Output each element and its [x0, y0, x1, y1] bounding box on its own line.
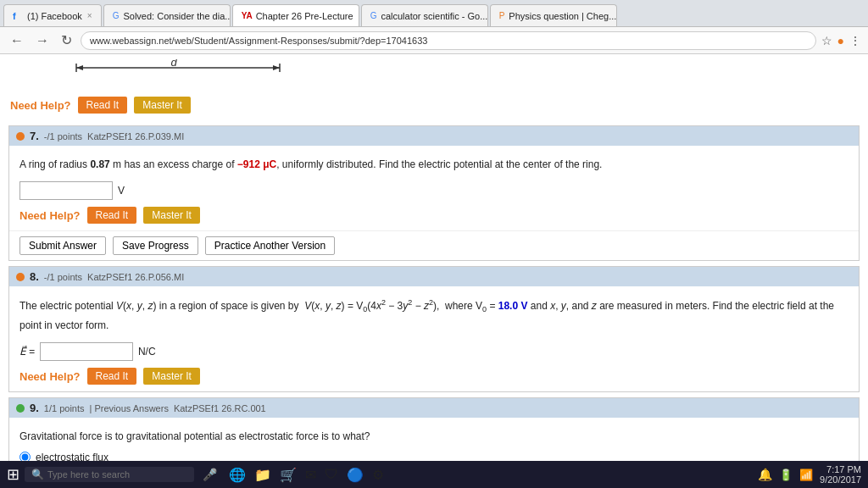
problem-7-text: A ring of radius 0.87 m has an excess ch… [19, 152, 849, 176]
windows-start-button[interactable]: ⊞ [7, 465, 19, 484]
taskbar-app2-icon[interactable]: ⚙ [372, 467, 384, 483]
tab-bar: f (1) Facebook × G Solved: Consider the … [0, 0, 868, 27]
tab-chapter[interactable]: YA Chapter 26 Pre-Lecture × [232, 4, 359, 26]
taskbar-app1-icon[interactable]: 🔵 [347, 467, 364, 483]
problem-7-master-it-button[interactable]: Master It [143, 207, 200, 224]
problem-9-source: KatzPSEf1 26.RC.001 [174, 403, 266, 413]
problem-9-option-label: electrostatic flux [36, 452, 108, 461]
browser-frame: f (1) Facebook × G Solved: Consider the … [0, 0, 868, 488]
problem-8-dot [16, 273, 25, 281]
tab-solved[interactable]: G Solved: Consider the dia... × [103, 4, 231, 26]
problem-8-need-help-label: Need Help? [19, 370, 81, 383]
top-read-it-button[interactable]: Read It [78, 97, 128, 114]
address-bar: ← → ↻ ☆ ● ⋮ [0, 27, 868, 54]
top-need-help: Need Help? Read It Master It [0, 97, 868, 120]
diagram-section: d [0, 54, 868, 97]
taskbar-battery-icon: 🔋 [779, 469, 793, 481]
tab-facebook-label: (1) Facebook [27, 11, 82, 21]
tab-physics[interactable]: P Physics question | Cheg... × [490, 4, 617, 26]
problem-8-need-help: Need Help? Read It Master It [19, 368, 849, 385]
problem-8-text: The electric potential V(x, y, z) in a r… [19, 293, 849, 337]
problem-7-action-row: Submit Answer Save Progress Practice Ano… [9, 230, 859, 260]
page-content: d Need Help? Read It Master It 7. -/1 po… [0, 54, 868, 461]
problem-7-submit-button[interactable]: Submit Answer [19, 236, 106, 255]
problem-7-read-it-button[interactable]: Read It [87, 207, 137, 224]
chapter-favicon: YA [242, 11, 252, 21]
problem-9-text: Gravitational force is to gravitational … [19, 424, 849, 448]
svg-marker-3 [76, 65, 83, 70]
solved-favicon: G [113, 11, 120, 21]
menu-icon[interactable]: ⋮ [849, 34, 861, 47]
facebook-favicon: f [13, 11, 23, 21]
tab-chapter-label: Chapter 26 Pre-Lecture [256, 11, 353, 21]
problem-8-points: -/1 points [44, 272, 82, 282]
problem-9-dot [16, 404, 25, 413]
taskbar-wifi-icon: 📶 [799, 469, 813, 481]
top-master-it-button[interactable]: Master It [134, 97, 191, 114]
taskbar: ⊞ 🔍 🎤 🌐 📁 🛒 ✉ 🛡 🔵 ⚙ 🔔 🔋 📶 7:17 PM 9/20/2… [0, 461, 868, 488]
problem-8-master-it-button[interactable]: Master It [143, 368, 200, 385]
taskbar-clock: 7:17 PM 9/20/2017 [820, 464, 861, 485]
svg-text:d: d [170, 59, 177, 69]
tab-calc-label: calculator scientific - Go... [381, 11, 487, 21]
problem-8-number: 8. [30, 270, 39, 283]
taskbar-store-icon[interactable]: 🛒 [280, 467, 297, 483]
tab-physics-label: Physics question | Cheg... [509, 11, 616, 21]
bookmark-icon[interactable]: ☆ [821, 34, 832, 47]
taskbar-search-input[interactable] [47, 469, 166, 480]
problem-8-answer-row: E⃗ = N/C [19, 342, 849, 361]
problem-7-practice-button[interactable]: Practice Another Version [205, 236, 335, 255]
physics-favicon: P [499, 11, 505, 21]
taskbar-time-display: 7:17 PM [826, 464, 861, 474]
problem-9-header: 9. 1/1 points | Previous Answers KatzPSE… [9, 398, 859, 418]
svg-marker-4 [273, 65, 280, 70]
problem-7-body: A ring of radius 0.87 m has an excess ch… [9, 146, 859, 230]
taskbar-app-icons: 🌐 📁 🛒 ✉ 🛡 🔵 ⚙ [229, 467, 384, 483]
problem-7-source: KatzPSEf1 26.P.039.MI [87, 131, 184, 141]
diagram-svg: d [51, 59, 322, 93]
problem-9-body: Gravitational force is to gravitational … [9, 418, 859, 461]
address-input[interactable] [81, 31, 816, 50]
tab-facebook-close[interactable]: × [87, 11, 92, 20]
taskbar-ie-icon[interactable]: 🌐 [229, 467, 246, 483]
problem-9-extra: | Previous Answers [90, 403, 169, 413]
back-button[interactable]: ← [7, 31, 27, 50]
taskbar-search-area: 🔍 [25, 467, 194, 482]
problem-8-answer-label: E⃗ = [19, 346, 35, 358]
problem-7-section: 7. -/1 points KatzPSEf1 26.P.039.MI A ri… [8, 125, 860, 261]
problem-9-points: 1/1 points [44, 403, 85, 413]
user-icon[interactable]: ● [837, 34, 844, 47]
tab-facebook[interactable]: f (1) Facebook × [3, 4, 102, 26]
problem-8-read-it-button[interactable]: Read It [87, 368, 137, 385]
problem-7-need-help: Need Help? Read It Master It [19, 207, 849, 224]
problem-8-body: The electric potential V(x, y, z) in a r… [9, 286, 859, 391]
problem-9-option: electrostatic flux [19, 452, 849, 461]
taskbar-right: 🔔 🔋 📶 7:17 PM 9/20/2017 [758, 464, 861, 485]
forward-button[interactable]: → [32, 31, 53, 50]
problem-7-need-help-label: Need Help? [19, 209, 81, 222]
problem-7-points: -/1 points [44, 131, 82, 141]
problem-9-section: 9. 1/1 points | Previous Answers KatzPSE… [8, 397, 860, 461]
problem-8-section: 8. -/1 points KatzPSEf1 26.P.056.MI The … [8, 266, 860, 392]
tab-chapter-close[interactable]: × [359, 11, 359, 20]
calc-favicon: G [370, 11, 377, 21]
taskbar-search-icon: 🔍 [31, 469, 44, 480]
taskbar-defender-icon[interactable]: 🛡 [325, 467, 338, 483]
taskbar-files-icon[interactable]: 📁 [254, 467, 271, 483]
taskbar-notification-icon[interactable]: 🔔 [758, 468, 772, 481]
problem-8-input[interactable] [40, 342, 133, 361]
taskbar-mic-icon[interactable]: 🎤 [203, 468, 217, 481]
problem-7-header: 7. -/1 points KatzPSEf1 26.P.039.MI [9, 126, 859, 146]
tab-calc[interactable]: G calculator scientific - Go... × [361, 4, 488, 26]
problem-7-unit: V [118, 185, 125, 197]
problem-7-dot [16, 132, 25, 141]
problem-9-radio[interactable] [19, 452, 31, 461]
problem-7-input[interactable] [19, 181, 113, 200]
problem-7-save-button[interactable]: Save Progress [113, 236, 198, 255]
taskbar-mail-icon[interactable]: ✉ [305, 467, 316, 483]
reload-button[interactable]: ↻ [58, 30, 75, 50]
top-need-help-label: Need Help? [10, 99, 71, 112]
problem-8-source: KatzPSEf1 26.P.056.MI [87, 272, 184, 282]
tab-solved-label: Solved: Consider the dia... [123, 11, 230, 21]
problem-8-header: 8. -/1 points KatzPSEf1 26.P.056.MI [9, 267, 859, 286]
